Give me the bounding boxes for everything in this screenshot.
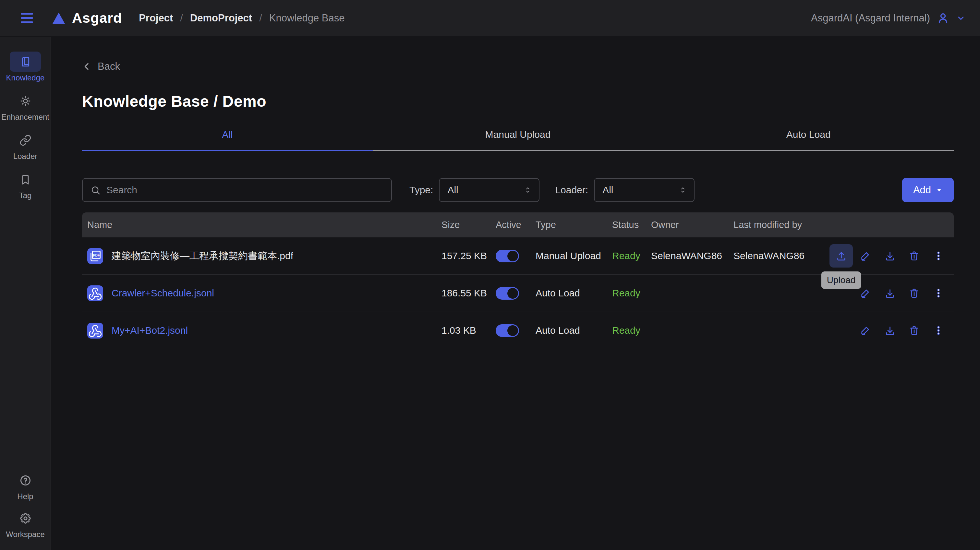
download-button[interactable]	[878, 319, 902, 342]
top-bar: Asgard Project / DemoProject / Knowledge…	[0, 0, 980, 36]
account-menu[interactable]: AsgardAI (Asgard Internal)	[811, 12, 966, 25]
upload-button[interactable]: Upload	[829, 244, 853, 267]
account-label: AsgardAI (Asgard Internal)	[811, 12, 930, 24]
file-type: Auto Load	[536, 288, 612, 299]
user-icon	[937, 12, 950, 25]
webhook-file-icon	[87, 285, 103, 301]
search-icon	[91, 185, 100, 195]
sidebar-item-workspace[interactable]: Workspace	[0, 508, 51, 539]
breadcrumb-subproject[interactable]: DemoProject	[190, 12, 252, 24]
sidebar-item-tag[interactable]: Tag	[0, 169, 51, 200]
file-name-link[interactable]: Crawler+Schedule.jsonl	[111, 288, 214, 299]
app-logo[interactable]: Asgard	[52, 10, 122, 26]
link-icon	[19, 134, 32, 146]
download-icon	[884, 288, 896, 299]
download-button[interactable]	[878, 244, 902, 267]
delete-button[interactable]	[902, 281, 926, 305]
breadcrumb-project[interactable]: Project	[139, 12, 173, 24]
sidebar-item-loader[interactable]: Loader	[0, 130, 51, 161]
main-content: Back Knowledge Base / Demo All Manual Up…	[51, 37, 980, 550]
menu-icon[interactable]	[21, 13, 33, 23]
edit-pen-icon	[860, 250, 871, 261]
breadcrumb-separator: /	[259, 12, 262, 24]
kebab-menu-icon	[933, 325, 944, 336]
sidebar-item-label: Loader	[13, 152, 38, 161]
file-type: Auto Load	[536, 325, 612, 336]
more-button[interactable]	[927, 244, 950, 267]
loader-filter-label: Loader:	[555, 184, 588, 196]
column-header-last-modified: Last modified by	[733, 219, 829, 230]
edit-pen-icon	[860, 288, 871, 299]
app-title: Asgard	[72, 10, 122, 26]
type-filter-select[interactable]: All	[439, 178, 539, 202]
download-icon	[884, 325, 896, 336]
bookmark-icon	[19, 173, 32, 186]
column-header-active: Active	[496, 219, 536, 230]
triangle-logo-icon	[52, 12, 65, 24]
more-button[interactable]	[927, 281, 950, 305]
tab-manual-upload[interactable]: Manual Upload	[373, 129, 663, 151]
download-icon	[884, 250, 896, 262]
sidebar-item-label: Enhancement	[1, 113, 49, 122]
owner: SelenaWANG86	[651, 250, 733, 261]
trash-icon	[908, 325, 920, 336]
upload-tooltip: Upload	[821, 272, 861, 289]
trash-icon	[908, 250, 920, 261]
back-button[interactable]: Back	[82, 60, 120, 72]
column-header-name: Name	[87, 219, 442, 230]
file-size: 157.25 KB	[442, 250, 496, 261]
type-filter-label: Type:	[409, 184, 433, 196]
delete-button[interactable]	[902, 244, 926, 267]
status-badge: Ready	[612, 288, 651, 299]
active-toggle[interactable]	[496, 324, 519, 337]
sidebar-item-label: Knowledge	[6, 73, 45, 83]
breadcrumb: Project / DemoProject / Knowledge Base	[139, 12, 345, 24]
status-badge: Ready	[612, 325, 651, 336]
upload-icon	[836, 250, 847, 262]
table-row: My+AI+Bot2.jsonl 1.03 KB Auto Load Ready	[82, 312, 954, 349]
breadcrumb-current: Knowledge Base	[269, 12, 345, 24]
sidebar-item-knowledge[interactable]: Knowledge	[0, 52, 51, 83]
book-icon	[19, 56, 32, 68]
caret-down-icon	[935, 186, 943, 194]
add-button[interactable]: Add	[902, 178, 954, 202]
file-size: 1.03 KB	[442, 325, 496, 336]
filter-bar: Type: All Loader: All Add	[82, 178, 954, 202]
chevron-down-icon	[956, 13, 966, 23]
file-name: 建築物室內裝修—工程承攬契約書範本.pdf	[111, 250, 293, 263]
sidebar-item-enhancement[interactable]: Enhancement	[0, 91, 51, 122]
edit-button[interactable]	[854, 319, 877, 342]
last-modified-by: SelenaWANG86	[733, 250, 829, 261]
active-toggle[interactable]	[496, 287, 519, 300]
column-header-type: Type	[536, 219, 612, 230]
file-size: 186.55 KB	[442, 288, 496, 299]
tab-auto-load[interactable]: Auto Load	[663, 129, 954, 151]
sidebar: Knowledge Enhancement Loader	[0, 37, 51, 550]
sidebar-item-help[interactable]: Help	[0, 470, 51, 501]
more-button[interactable]	[927, 319, 950, 342]
select-arrows-icon	[678, 186, 687, 195]
column-header-size: Size	[442, 219, 496, 230]
sun-icon	[19, 95, 32, 107]
download-button[interactable]	[878, 281, 902, 305]
column-header-status: Status	[612, 219, 651, 230]
sidebar-item-label: Help	[17, 492, 33, 501]
status-badge: Ready	[612, 250, 651, 261]
gear-icon	[19, 512, 32, 525]
delete-button[interactable]	[902, 319, 926, 342]
file-type: Manual Upload	[536, 250, 612, 261]
column-header-owner: Owner	[651, 219, 733, 230]
edit-pen-icon	[860, 325, 871, 336]
knowledge-table: Name Size Active Type Status Owner Last …	[82, 212, 954, 349]
search-box	[82, 178, 392, 202]
file-name-link[interactable]: My+AI+Bot2.jsonl	[111, 325, 188, 336]
sidebar-item-label: Workspace	[6, 530, 45, 539]
edit-button[interactable]	[854, 244, 877, 267]
search-input[interactable]	[107, 184, 383, 196]
page-title: Knowledge Base / Demo	[82, 92, 954, 110]
svg-text:PDF: PDF	[93, 253, 100, 257]
select-arrows-icon	[523, 186, 532, 195]
tab-all[interactable]: All	[82, 129, 373, 151]
loader-filter-select[interactable]: All	[594, 178, 695, 202]
active-toggle[interactable]	[496, 250, 519, 262]
